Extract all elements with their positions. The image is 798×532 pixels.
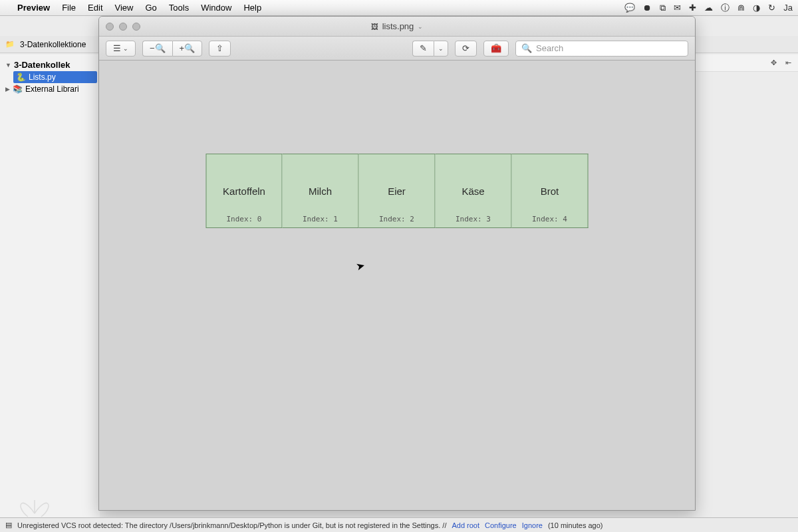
list-cell-2: Eier Index: 2: [359, 154, 436, 228]
triangle-right-icon: ▶: [5, 86, 10, 92]
menu-help[interactable]: Help: [243, 3, 261, 13]
mouse-cursor-icon: ➤: [354, 259, 366, 274]
menu-window[interactable]: Window: [201, 3, 231, 13]
status-message: Unregistered VCS root detected: The dire…: [17, 521, 446, 529]
cell-index: Index: 4: [532, 215, 567, 223]
menubar-status-icons: 💬 ⏺ ⧉ ✉︎ ✚ ☁︎ ⓘ ⋒ ◑ ↻ Ja: [624, 2, 793, 14]
preview-window: 🖼 lists.png ⌄ ☰ ⌄ −🔍 +🔍 ⇧ ✎ ⌄ ⟳ 🧰 🔍 Sear…: [98, 16, 696, 511]
ide-breadcrumb[interactable]: 3-Datenkollektione: [20, 40, 86, 49]
butterfly-watermark-icon: [15, 487, 55, 520]
timemachine-icon[interactable]: ↻: [768, 3, 775, 13]
libraries-icon: 📚: [13, 84, 23, 94]
antenna-icon[interactable]: ⋒: [737, 3, 745, 13]
event-log-icon[interactable]: ▤: [5, 521, 12, 529]
cell-index: Index: 3: [456, 215, 491, 223]
list-diagram: Kartoffeln Index: 0 Milch Index: 1 Eier …: [206, 154, 589, 228]
cell-index: Index: 2: [379, 215, 414, 223]
rotate-button[interactable]: ⟳: [455, 41, 477, 57]
tree-ext-label: External Librari: [25, 84, 79, 94]
cloud-icon[interactable]: ☁︎: [704, 3, 713, 13]
menu-file[interactable]: File: [62, 3, 76, 13]
ide-folder-icon: 📁: [5, 40, 15, 49]
triangle-down-icon: ▼: [5, 62, 11, 68]
record-icon[interactable]: ⏺: [643, 3, 652, 13]
cell-label: Brot: [541, 186, 559, 197]
list-cell-3: Käse Index: 3: [436, 154, 512, 228]
info-icon[interactable]: ⓘ: [721, 2, 730, 14]
window-title: lists.png: [382, 21, 414, 31]
preview-toolbar: ☰ ⌄ −🔍 +🔍 ⇧ ✎ ⌄ ⟳ 🧰 🔍 Search: [99, 37, 695, 61]
status-action-add-root[interactable]: Add root: [452, 521, 479, 529]
tree-external-libraries[interactable]: ▶ 📚 External Librari: [3, 83, 97, 95]
search-placeholder: Search: [536, 43, 563, 53]
markup-pen-button[interactable]: ✎: [412, 41, 434, 57]
python-file-icon: 🐍: [16, 72, 26, 82]
menu-view[interactable]: View: [115, 3, 134, 13]
search-field[interactable]: 🔍 Search: [515, 41, 688, 57]
tree-root[interactable]: ▼ 3-Datenkollek: [3, 59, 97, 71]
status-action-configure[interactable]: Configure: [485, 521, 517, 529]
list-cell-4: Brot Index: 4: [512, 154, 589, 228]
list-cell-1: Milch Index: 1: [283, 154, 359, 228]
dropbox-icon[interactable]: ⧉: [660, 3, 666, 13]
minimize-button[interactable]: [119, 23, 127, 31]
cell-index: Index: 0: [227, 215, 262, 223]
image-canvas[interactable]: Kartoffeln Index: 0 Milch Index: 1 Eier …: [99, 61, 695, 510]
menu-go[interactable]: Go: [145, 3, 156, 13]
zoom-in-button[interactable]: +🔍: [172, 41, 203, 57]
sidebar-toggle-button[interactable]: ☰ ⌄: [106, 41, 136, 57]
cell-label: Milch: [309, 186, 332, 197]
cell-label: Käse: [462, 186, 484, 197]
share-button[interactable]: ⇧: [209, 41, 231, 57]
zoom-button[interactable]: [132, 23, 140, 31]
file-icon: 🖼: [371, 23, 378, 31]
tree-file-lists[interactable]: 🐍 Lists.py: [13, 71, 97, 83]
markup-toolbar-button[interactable]: 🧰: [483, 41, 509, 57]
ide-status-bar: ▤ Unregistered VCS root detected: The di…: [0, 517, 798, 532]
markup-dropdown-button[interactable]: ⌄: [434, 41, 448, 57]
mail-icon[interactable]: ✉︎: [674, 3, 681, 13]
menu-tools[interactable]: Tools: [169, 3, 189, 13]
circle-icon[interactable]: ◑: [753, 3, 760, 13]
cell-label: Kartoffeln: [223, 186, 265, 197]
zoom-out-button[interactable]: −🔍: [142, 41, 172, 57]
chat-icon[interactable]: 💬: [624, 3, 635, 13]
status-age: (10 minutes ago): [548, 521, 603, 529]
target-icon[interactable]: ✥: [769, 59, 778, 68]
menu-edit[interactable]: Edit: [88, 3, 102, 13]
tree-root-label: 3-Datenkollek: [14, 60, 70, 70]
chevron-down-icon: ⌄: [418, 23, 423, 30]
macos-menubar: Preview File Edit View Go Tools Window H…: [0, 0, 798, 16]
app-name[interactable]: Preview: [17, 3, 50, 13]
status-action-ignore[interactable]: Ignore: [522, 521, 543, 529]
cell-label: Eier: [388, 186, 406, 197]
tree-file-label: Lists.py: [29, 72, 56, 82]
plus-icon[interactable]: ✚: [689, 3, 696, 13]
collapse-icon[interactable]: ⇤: [783, 59, 793, 68]
project-tree: ▼ 3-Datenkollek 🐍 Lists.py ▶ 📚 External …: [0, 56, 100, 98]
close-button[interactable]: [106, 23, 114, 31]
clock-text: Ja: [783, 3, 793, 13]
chevron-down-icon: ⌄: [123, 45, 128, 52]
preview-traffic-lights: [106, 23, 140, 31]
cell-index: Index: 1: [303, 215, 338, 223]
search-icon: 🔍: [521, 43, 532, 53]
preview-titlebar[interactable]: 🖼 lists.png ⌄: [99, 17, 695, 37]
chevron-down-icon: ⌄: [438, 45, 444, 52]
list-cell-0: Kartoffeln Index: 0: [206, 154, 283, 228]
